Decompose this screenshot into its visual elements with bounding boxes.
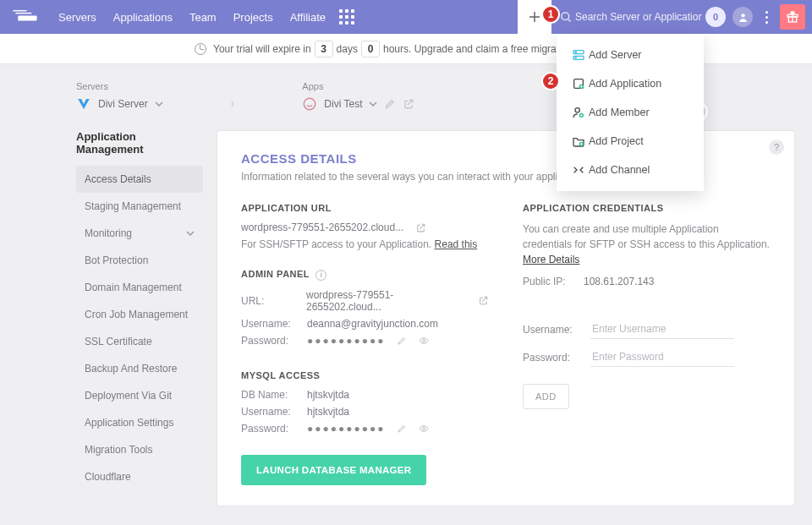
- add-menu-application[interactable]: Add Application: [557, 69, 704, 98]
- password-input[interactable]: [590, 347, 734, 367]
- mysql-user-value: hjtskvjtda: [307, 406, 349, 418]
- clock-icon: [195, 43, 206, 55]
- section-credentials: APPLICATION CREDENTIALS: [523, 203, 771, 213]
- info-icon[interactable]: i: [315, 270, 326, 281]
- cred-user-label: Username:: [523, 324, 590, 336]
- sidebar-item-bot[interactable]: Bot Protection: [76, 247, 203, 274]
- sidebar-item-migration[interactable]: Migration Tools: [76, 436, 203, 463]
- add-menu: Add Server Add Application Add Member Ad…: [557, 34, 704, 191]
- sidebar-item-label: SSL Certificate: [85, 336, 152, 347]
- launch-db-button[interactable]: LAUNCH DATABASE MANAGER: [241, 455, 426, 485]
- mysql-pass-value: ●●●●●●●●●●: [307, 423, 385, 435]
- external-link-icon[interactable]: [415, 222, 426, 233]
- add-menu-label: Add Channel: [589, 164, 650, 176]
- sidebar-item-backup[interactable]: Backup And Restore: [76, 355, 203, 382]
- external-link-icon[interactable]: [478, 295, 489, 306]
- publicip-value: 108.61.207.143: [584, 276, 654, 287]
- sidebar-item-monitoring[interactable]: Monitoring: [76, 220, 203, 247]
- project-icon: [568, 134, 589, 148]
- section-mysql: MYSQL ACCESS: [241, 370, 489, 380]
- search-input[interactable]: [575, 11, 702, 23]
- mysql-db-value: hjtskvjtda: [307, 389, 349, 401]
- sidebar-item-cron[interactable]: Cron Job Management: [76, 301, 203, 328]
- sidebar-item-staging[interactable]: Staging Management: [76, 193, 203, 220]
- add-menu-label: Add Application: [589, 78, 661, 90]
- svg-point-15: [423, 427, 425, 429]
- sidebar-item-domain[interactable]: Domain Management: [76, 274, 203, 301]
- pencil-icon[interactable]: [397, 336, 407, 346]
- sidebar-item-git[interactable]: Deployment Via Git: [76, 382, 203, 409]
- sidebar-item-label: Cron Job Management: [85, 309, 188, 320]
- app-url-value[interactable]: wordpress-779551-2655202.cloud...: [241, 221, 403, 233]
- add-menu-member[interactable]: Add Member: [557, 98, 704, 127]
- add-menu-label: Add Member: [589, 107, 650, 118]
- svg-point-14: [423, 339, 425, 342]
- add-menu-channel[interactable]: Add Channel: [557, 156, 704, 184]
- trial-hours-value: 0: [361, 41, 380, 57]
- eye-icon[interactable]: [419, 424, 429, 434]
- admin-url-label: URL:: [241, 295, 298, 307]
- pencil-icon[interactable]: [384, 98, 396, 110]
- server-icon: [568, 48, 589, 62]
- sidebar-item-settings[interactable]: Application Settings: [76, 409, 203, 436]
- username-input[interactable]: [590, 320, 734, 339]
- brand-logo[interactable]: [12, 8, 41, 26]
- apps-grid-icon[interactable]: [339, 9, 354, 25]
- app-selector[interactable]: Divi Test: [324, 98, 362, 110]
- crumb-separator: ›: [222, 96, 244, 110]
- sidebar-item-label: Access Details: [85, 173, 151, 185]
- mysql-pass-label: Password:: [241, 423, 299, 435]
- annotation-badge-1: 1: [541, 5, 560, 24]
- svg-point-0: [561, 12, 568, 19]
- help-icon[interactable]: ?: [769, 139, 784, 155]
- svg-point-13: [304, 98, 316, 110]
- sidebar-item-cloudflare[interactable]: Cloudflare: [76, 463, 203, 490]
- nav-team[interactable]: Team: [181, 11, 225, 24]
- application-icon: [568, 77, 589, 90]
- publicip-label: Public IP:: [523, 276, 575, 287]
- more-menu-icon[interactable]: [760, 11, 773, 24]
- add-menu-label: Add Project: [589, 135, 644, 147]
- sidebar-item-label: Backup And Restore: [85, 363, 177, 375]
- admin-pass-label: Password:: [241, 335, 299, 347]
- more-details-link[interactable]: More Details: [523, 254, 579, 265]
- pencil-icon[interactable]: [397, 424, 407, 434]
- sidebar-item-label: Staging Management: [85, 200, 181, 212]
- user-avatar[interactable]: [732, 7, 753, 27]
- add-menu-project[interactable]: Add Project: [557, 127, 704, 156]
- sidebar-item-label: Deployment Via Git: [85, 390, 172, 402]
- admin-url-value[interactable]: wordpress-779551-2655202.cloud...: [306, 289, 466, 313]
- chevron-down-icon: [369, 101, 377, 107]
- sidebar-title: Application Management: [76, 130, 203, 156]
- external-link-icon[interactable]: [403, 98, 414, 110]
- crumb-apps-label: Apps: [302, 81, 414, 91]
- section-admin-panel: ADMIN PANEL i: [241, 269, 489, 281]
- trial-prefix: Your trial will expire in: [213, 43, 311, 55]
- nav-applications[interactable]: Applications: [105, 11, 181, 24]
- nav-affiliate[interactable]: Affiliate: [282, 11, 334, 24]
- mysql-user-label: Username:: [241, 406, 299, 418]
- nav-servers[interactable]: Servers: [50, 11, 105, 24]
- svg-point-1: [741, 14, 744, 17]
- sidebar-item-label: Monitoring: [85, 227, 132, 239]
- app-url-hint: For SSH/SFTP access to your Application.: [241, 238, 435, 250]
- sidebar-item-label: Cloudflare: [85, 471, 131, 483]
- crumb-servers-label: Servers: [76, 81, 163, 91]
- add-credential-button[interactable]: ADD: [523, 384, 569, 409]
- add-menu-label: Add Server: [589, 49, 642, 61]
- member-icon: [568, 106, 589, 119]
- add-menu-server[interactable]: Add Server: [557, 41, 704, 69]
- gift-icon[interactable]: [780, 4, 805, 30]
- chevron-down-icon: [155, 101, 163, 107]
- read-this-link[interactable]: Read this: [435, 238, 478, 250]
- nav-projects[interactable]: Projects: [225, 11, 282, 24]
- notifications-count[interactable]: 0: [705, 7, 726, 27]
- sidebar-item-ssl[interactable]: SSL Certificate: [76, 328, 203, 355]
- sidebar-item-access-details[interactable]: Access Details: [76, 166, 203, 193]
- admin-user-label: Username:: [241, 318, 299, 330]
- admin-pass-value: ●●●●●●●●●●: [307, 335, 385, 347]
- svg-point-7: [575, 57, 576, 58]
- right-column: APPLICATION CREDENTIALS You can create a…: [523, 203, 771, 485]
- eye-icon[interactable]: [419, 336, 429, 346]
- server-selector[interactable]: Divi Server: [76, 96, 163, 112]
